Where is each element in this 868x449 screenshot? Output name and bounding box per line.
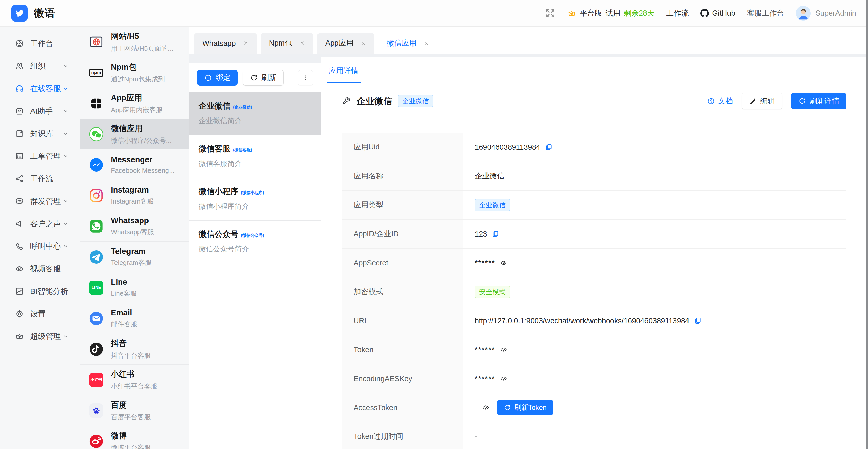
plus-circle-icon	[204, 74, 212, 82]
bind-button[interactable]: 绑定	[197, 70, 238, 86]
eye-icon[interactable]	[482, 404, 490, 411]
copy-icon[interactable]	[545, 143, 553, 151]
channel-item-wechat[interactable]: 微信应用微信小程序/公众号...	[80, 119, 189, 150]
reload-icon	[504, 404, 511, 411]
sidebar-item-群发管理[interactable]: 群发管理	[0, 190, 80, 213]
telegram-icon	[89, 250, 104, 264]
github-link[interactable]: GitHub	[700, 9, 735, 18]
chevron-down-icon	[62, 108, 69, 114]
tab-Npm包[interactable]: Npm包	[261, 33, 313, 54]
sidebar-item-label: 工单管理	[30, 151, 61, 162]
channel-item-line[interactable]: LINELineLine客服	[80, 272, 189, 303]
sidebar-item-工作流[interactable]: 工作流	[0, 167, 80, 190]
fullscreen-icon[interactable]	[545, 8, 556, 19]
brand[interactable]: 微语	[11, 5, 55, 22]
sidebar-item-label: 超级管理	[30, 331, 61, 342]
user-menu[interactable]: SuperAdmin	[796, 6, 856, 21]
refresh-token-button[interactable]: 刷新Token	[497, 400, 553, 415]
channel-item-xiaohongshu[interactable]: 小红书小红书小红书平台客服	[80, 364, 189, 395]
close-icon[interactable]	[299, 40, 305, 46]
channel-item-web[interactable]: 网站/H5用于网站/H5页面的...	[80, 27, 189, 57]
channel-item-whatsapp[interactable]: WhatsappWhatsapp客服	[80, 211, 189, 242]
copy-icon[interactable]	[694, 317, 702, 325]
refresh-detail-button[interactable]: 刷新详情	[791, 93, 846, 109]
app-item-desc: 微信公众号简介	[199, 244, 312, 254]
app-list-item[interactable]: 微信客服(微信客服)微信客服简介	[189, 135, 321, 178]
sidebar-item-知识库[interactable]: 知识库	[0, 122, 80, 145]
channel-item-app[interactable]: App应用App应用内嵌客服	[80, 88, 189, 119]
tab-label: 微信应用	[386, 38, 416, 49]
channel-item-douyin[interactable]: 抖音抖音平台客服	[80, 334, 189, 364]
channel-item-baidu[interactable]: 百度百度平台客服	[80, 395, 189, 426]
tab-微信应用[interactable]: 微信应用	[378, 33, 437, 54]
plan-label: 平台版	[580, 8, 602, 19]
row-value: 企业微信	[463, 162, 846, 190]
refresh-token-label: 刷新Token	[515, 403, 547, 412]
sidebar-item-组织[interactable]: 组织	[0, 55, 80, 77]
plan-status[interactable]: 平台版 试用 剩余28天	[567, 8, 654, 19]
channel-name: Instagram	[111, 185, 154, 195]
eye-icon[interactable]	[500, 259, 507, 267]
app-list-item[interactable]: 企业微信(企业微信)企业微信简介	[189, 92, 321, 135]
reload-icon	[250, 74, 258, 82]
row-value: -	[463, 422, 846, 449]
eye-icon[interactable]	[500, 375, 507, 382]
app-item-title-row: 企业微信(企业微信)	[199, 101, 312, 111]
eye-icon[interactable]	[500, 346, 507, 354]
table-row: 应用类型企业微信	[342, 191, 846, 220]
tab-label: Npm包	[269, 38, 292, 49]
sidebar-item-label: 视频客服	[30, 264, 61, 274]
channel-name: 微信应用	[111, 123, 172, 134]
close-icon[interactable]	[424, 40, 429, 46]
app-item-desc: 微信客服简介	[199, 159, 312, 168]
tab-App应用[interactable]: App应用	[317, 33, 375, 54]
channel-desc: 通过Npm包集成到...	[111, 75, 170, 84]
chevron-down-icon	[62, 221, 69, 227]
page-scrollbar[interactable]	[866, 0, 868, 449]
copy-icon[interactable]	[492, 230, 499, 238]
sidebar-item-在线客服[interactable]: 在线客服	[0, 77, 80, 100]
workbench-link[interactable]: 客服工作台	[747, 8, 784, 19]
row-value: ******	[463, 335, 846, 364]
channel-item-email[interactable]: Email邮件客服	[80, 303, 189, 334]
refresh-detail-label: 刷新详情	[810, 96, 839, 106]
sidebar-item-设置[interactable]: 设置	[0, 302, 80, 325]
close-icon[interactable]	[361, 40, 366, 46]
sidebar-item-AI助手[interactable]: AI助手	[0, 100, 80, 122]
sidebar-item-工单管理[interactable]: 工单管理	[0, 145, 80, 167]
channel-item-npm[interactable]: npmNpm包通过Npm包集成到...	[80, 57, 189, 88]
channel-item-messenger[interactable]: MessengerFacebook Messeng...	[80, 150, 189, 180]
doc-link[interactable]: 文档	[707, 96, 733, 106]
wechat-icon	[89, 127, 104, 141]
xiaohongshu-icon: 小红书	[89, 373, 104, 387]
sidebar-item-超级管理[interactable]: 超级管理	[0, 325, 80, 348]
topbar-workflow-link[interactable]: 工作流	[666, 8, 688, 19]
sidebar-item-呼叫中心[interactable]: 呼叫中心	[0, 235, 80, 258]
sidebar-item-工作台[interactable]: 工作台	[0, 32, 80, 55]
app-list-item[interactable]: 微信小程序(微信小程序)微信小程序简介	[189, 178, 321, 221]
channel-desc: Facebook Messeng...	[111, 167, 175, 174]
value-badge: 企业微信	[475, 199, 510, 211]
tab-bar: WhatsappNpm包App应用微信应用	[189, 27, 868, 54]
chevron-down-icon	[62, 131, 69, 137]
refresh-button[interactable]: 刷新	[243, 70, 284, 86]
chevron-down-icon	[62, 86, 69, 92]
chevron-down-icon	[62, 198, 69, 204]
sidebar-item-视频客服[interactable]: 视频客服	[0, 258, 80, 280]
tab-Whatsapp[interactable]: Whatsapp	[194, 33, 257, 54]
app-list-item[interactable]: 微信公众号(微信公众号)微信公众号简介	[189, 221, 321, 263]
row-label: AppSecret	[342, 249, 463, 277]
close-icon[interactable]	[243, 40, 249, 46]
channel-item-instagram[interactable]: InstagramInstagram客服	[80, 180, 189, 211]
app-logo-icon	[11, 5, 28, 22]
channel-item-telegram[interactable]: TelegramTelegram客服	[80, 242, 189, 272]
sidebar-item-BI智能分析[interactable]: BI智能分析	[0, 280, 80, 302]
more-actions-button[interactable]	[298, 70, 313, 86]
sidebar-item-客户之声[interactable]: 客户之声	[0, 213, 80, 235]
row-value: ******	[463, 364, 846, 393]
channel-item-weibo[interactable]: 微博微博平台客服	[80, 426, 189, 449]
tab-app-detail[interactable]: 应用详情	[327, 65, 361, 83]
edit-button[interactable]: 编辑	[742, 93, 782, 109]
value-text: ******	[475, 375, 495, 383]
channel-desc: 百度平台客服	[111, 413, 151, 422]
